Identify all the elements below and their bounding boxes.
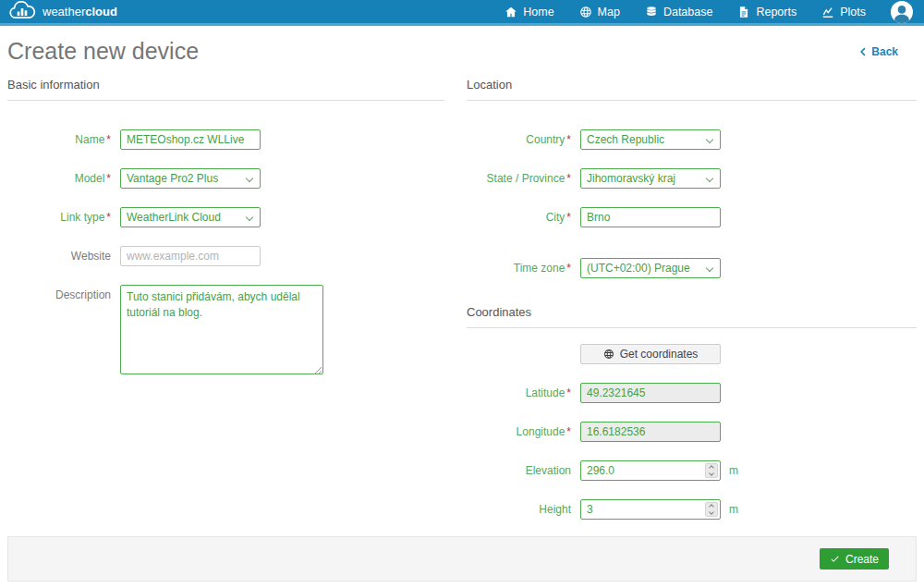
form-area: Basic information Name* Model* Vantage P… [0,78,924,538]
timezone-label: Time zone* [467,262,571,275]
home-icon [505,6,517,18]
number-stepper[interactable] [705,463,718,478]
chevron-down-icon [706,175,713,182]
nav-label: Home [523,6,553,18]
country-label: Country* [467,133,571,146]
action-bar: Create [7,536,917,582]
state-row: State / Province* Jihomoravský kraj [467,168,917,189]
location-title: Location [467,78,917,101]
name-label: Name* [7,133,111,146]
chevron-down-icon [246,175,253,182]
name-input[interactable] [120,129,261,150]
latitude-input[interactable] [580,383,721,403]
link-type-select[interactable]: WeatherLink Cloud [120,207,261,227]
timezone-row: Time zone* (UTC+02:00) Prague [467,258,917,278]
brand-text: weathercloud [43,5,117,18]
number-stepper[interactable] [705,502,718,517]
website-label: Website [7,250,111,263]
page-title: Create new device [7,38,199,65]
location-section: Location Country* Czech Republic State /… [467,78,917,538]
database-icon [645,6,658,18]
chevron-left-icon [858,47,868,56]
state-label: State / Province* [467,172,571,185]
state-select[interactable]: Jihomoravský kraj [580,168,721,189]
globe-icon [579,6,592,18]
get-coordinates-button[interactable]: Get coordinates [580,344,721,364]
country-row: Country* Czech Republic [467,129,917,150]
back-button[interactable]: Back [858,45,898,58]
height-input[interactable]: 3 [580,499,721,520]
website-row: Website [7,246,444,266]
plots-icon [821,6,834,18]
chevron-down-icon [706,136,713,143]
main-nav: Home Map Database Reports Plots [505,1,913,23]
weathercloud-logo[interactable]: weathercloud [7,1,117,22]
reports-icon [737,6,750,18]
user-avatar[interactable] [891,1,913,23]
top-nav-bar: weathercloud Home Map Database Reports [0,0,924,26]
longitude-label: Longitude* [467,425,571,438]
get-coordinates-row: Get coordinates [467,344,917,364]
coordinates-title: Coordinates [467,305,917,328]
create-button[interactable]: Create [820,548,889,570]
elevation-unit: m [729,464,738,477]
link-type-label: Link type* [7,211,111,224]
nav-label: Database [663,6,713,18]
latitude-label: Latitude* [467,386,571,399]
model-select[interactable]: Vantage Pro2 Plus [120,168,261,189]
height-row: Height 3 m [467,499,917,520]
page-header: Create new device Back [0,26,924,71]
globe-icon [603,349,614,360]
link-type-row: Link type* WeatherLink Cloud [7,207,444,227]
height-unit: m [729,503,738,516]
city-label: City* [467,211,571,224]
nav-label: Map [598,6,620,18]
create-label: Create [845,553,879,566]
cloud-logo-icon [7,1,37,22]
nav-item-database[interactable]: Database [645,6,713,18]
check-icon [830,554,840,564]
longitude-row: Longitude* [467,422,917,442]
timezone-select[interactable]: (UTC+02:00) Prague [580,258,721,278]
nav-item-plots[interactable]: Plots [821,6,866,18]
chevron-down-icon [706,264,713,272]
basic-information-title: Basic information [7,78,444,101]
name-row: Name* [7,129,444,150]
latitude-row: Latitude* [467,383,917,403]
model-label: Model* [7,172,111,185]
elevation-label: Elevation [467,464,571,477]
nav-item-home[interactable]: Home [505,6,553,18]
longitude-input[interactable] [580,422,721,442]
country-select[interactable]: Czech Republic [580,129,721,150]
chevron-down-icon [246,214,253,221]
website-input[interactable] [120,246,261,266]
city-row: City* [467,207,917,227]
basic-information-section: Basic information Name* Model* Vantage P… [7,78,444,397]
description-label: Description [7,285,111,301]
description-row: Description Tuto stanici přidávám, abych… [7,285,444,378]
nav-item-reports[interactable]: Reports [737,6,796,18]
nav-label: Reports [756,6,796,18]
height-label: Height [467,503,571,516]
elevation-row: Elevation 296.0 m [467,460,917,481]
nav-label: Plots [840,6,866,18]
elevation-input[interactable]: 296.0 [580,460,721,481]
city-input[interactable] [580,207,721,227]
get-coordinates-label: Get coordinates [620,348,699,361]
nav-item-map[interactable]: Map [579,6,620,18]
model-row: Model* Vantage Pro2 Plus [7,168,444,189]
back-label: Back [871,45,898,58]
description-textarea[interactable]: Tuto stanici přidávám, abych udělal tuto… [120,285,323,374]
